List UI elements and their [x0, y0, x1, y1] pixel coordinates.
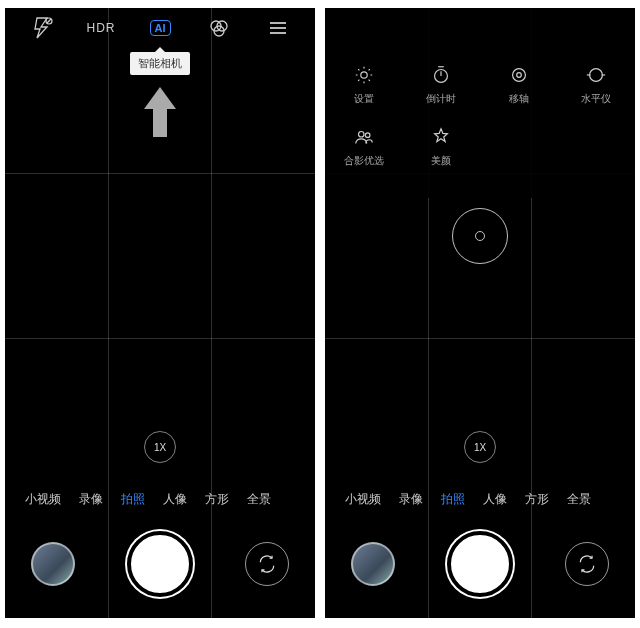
- qs-level[interactable]: 水平仪: [558, 64, 636, 106]
- svg-line-1: [47, 19, 51, 23]
- qs-label: 移轴: [509, 92, 529, 106]
- mode-selector[interactable]: 小视频 录像 拍照 人像 方形 全景: [5, 491, 315, 508]
- svg-point-12: [512, 69, 525, 82]
- mode-item-active[interactable]: 拍照: [121, 491, 145, 508]
- zoom-label: 1X: [154, 442, 166, 453]
- group-icon: [353, 126, 375, 148]
- panel-drag-handle[interactable]: [452, 208, 508, 264]
- level-icon: [585, 64, 607, 86]
- mode-item[interactable]: 人像: [483, 491, 507, 508]
- tilt-icon: [508, 64, 530, 86]
- qs-label: 美颜: [431, 154, 451, 168]
- qs-label: 合影优选: [344, 154, 384, 168]
- svg-point-18: [365, 133, 370, 138]
- camera-screen-left: HDR AI 智能相机: [5, 8, 315, 618]
- camera-screen-right: 设置 倒计时 移轴 水平仪 合影优选 美颜: [325, 8, 635, 618]
- mode-item[interactable]: 录像: [79, 491, 103, 508]
- flash-off-icon: [30, 16, 54, 40]
- mode-item[interactable]: 方形: [525, 491, 549, 508]
- zoom-label: 1X: [474, 442, 486, 453]
- qs-timer[interactable]: 倒计时: [403, 64, 481, 106]
- mode-item[interactable]: 小视频: [345, 491, 381, 508]
- svg-point-17: [358, 132, 364, 138]
- ai-tooltip: 智能相机: [130, 52, 190, 75]
- zoom-button[interactable]: 1X: [464, 431, 496, 463]
- qs-label: 倒计时: [426, 92, 456, 106]
- quick-settings-panel: 设置 倒计时 移轴 水平仪 合影优选 美颜: [325, 8, 635, 198]
- zoom-button[interactable]: 1X: [144, 431, 176, 463]
- switch-camera-icon: [257, 554, 277, 574]
- switch-camera-icon: [577, 554, 597, 574]
- switch-camera-button[interactable]: [245, 542, 289, 586]
- top-toolbar: HDR AI: [5, 8, 315, 48]
- mode-item[interactable]: 人像: [163, 491, 187, 508]
- beauty-icon: [430, 126, 452, 148]
- gallery-thumbnail[interactable]: [31, 542, 75, 586]
- mode-item[interactable]: 方形: [205, 491, 229, 508]
- hdr-label: HDR: [87, 21, 116, 35]
- qs-settings[interactable]: 设置: [325, 64, 403, 106]
- menu-button[interactable]: [255, 16, 301, 40]
- switch-camera-button[interactable]: [565, 542, 609, 586]
- mode-item[interactable]: 全景: [567, 491, 591, 508]
- gallery-thumbnail[interactable]: [351, 542, 395, 586]
- shutter-button[interactable]: [127, 531, 193, 597]
- ai-label: AI: [150, 20, 171, 36]
- svg-point-8: [361, 72, 367, 78]
- mode-selector[interactable]: 小视频 录像 拍照 人像 方形 全景: [325, 491, 635, 508]
- svg-point-13: [516, 73, 521, 78]
- qs-label: 设置: [354, 92, 374, 106]
- shutter-button[interactable]: [447, 531, 513, 597]
- mode-item-active[interactable]: 拍照: [441, 491, 465, 508]
- qs-tiltshift[interactable]: 移轴: [480, 64, 558, 106]
- gear-icon: [353, 64, 375, 86]
- svg-point-14: [590, 69, 603, 82]
- mode-item[interactable]: 全景: [247, 491, 271, 508]
- bottom-controls: [325, 524, 635, 604]
- filter-button[interactable]: [196, 16, 242, 40]
- mode-item[interactable]: 录像: [399, 491, 423, 508]
- menu-icon: [266, 16, 290, 40]
- flash-toggle[interactable]: [19, 16, 65, 40]
- bottom-controls: [5, 524, 315, 604]
- qs-beauty[interactable]: 美颜: [403, 126, 481, 168]
- qs-label: 水平仪: [581, 92, 611, 106]
- hdr-toggle[interactable]: HDR: [78, 21, 124, 35]
- timer-icon: [430, 64, 452, 86]
- ai-toggle[interactable]: AI: [137, 20, 183, 36]
- qs-groupshot[interactable]: 合影优选: [325, 126, 403, 168]
- filter-icon: [207, 16, 231, 40]
- tutorial-arrow-icon: [140, 83, 180, 143]
- mode-item[interactable]: 小视频: [25, 491, 61, 508]
